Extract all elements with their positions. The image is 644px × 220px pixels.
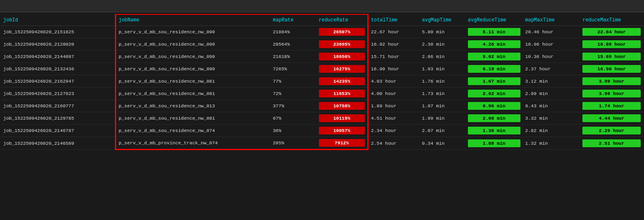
- cell-maprate: 285%: [270, 137, 316, 150]
- table-row: job_1522509426020_2162947p_serv_v_d_mb_s…: [1, 75, 643, 88]
- table-row: job_1522509426020_2151825p_serv_v_d_mb_s…: [1, 26, 643, 38]
- cell-totaltime: 4.51 hour: [368, 112, 419, 125]
- cell-avgreducetime: 1.88 min: [465, 137, 523, 150]
- cell-mapmaxtime: 20.46 hour: [523, 26, 580, 38]
- cell-jobname: p_serv_v_d_mb_sou_residence_nw_074: [115, 125, 270, 137]
- table-row: job_1522509426020_2146589p_serv_v_d_mb_p…: [1, 137, 643, 150]
- cell-reducemaxtime: 2.29 hour: [580, 125, 643, 137]
- th-mapmaxtime: mapMaxTime: [523, 14, 580, 26]
- cell-reducerate: 16275%: [316, 63, 368, 75]
- cell-reducemaxtime: 1.74 hour: [580, 100, 643, 112]
- cell-maprate: 72%: [270, 88, 316, 100]
- cell-mapmaxtime: 3.32 min: [523, 112, 580, 125]
- cell-avgreducetime: 4.26 min: [465, 38, 523, 51]
- table-row: job_1522509426020_2128020p_serv_v_d_mb_s…: [1, 38, 643, 51]
- cell-maprate: 77%: [270, 75, 316, 88]
- cell-reducerate: 23695%: [316, 38, 368, 51]
- cell-jobname: p_serv_v_d_mb_province_track_nw_074: [115, 137, 270, 150]
- cell-jobname: p_serv_v_d_mb_sou_residence_nw_090: [115, 51, 270, 63]
- cell-reducemaxtime: 16.89 hour: [580, 38, 643, 51]
- cell-reducerate: 7912%: [316, 137, 368, 150]
- cell-reducerate: 26507%: [316, 26, 368, 38]
- cell-avgmaptime: 2.30 min: [419, 38, 465, 51]
- table-row: job_1522509426020_2160777p_serv_v_d_mb_s…: [1, 100, 643, 112]
- cell-jobname: p_serv_v_d_mb_sou_residence_nw_013: [115, 100, 270, 112]
- cell-avgmaptime: 1.99 min: [419, 112, 465, 125]
- cell-reducerate: 14235%: [316, 75, 368, 88]
- table-container: jobId jobName mapRate reduceRate totalTi…: [0, 12, 644, 152]
- table-row: job_1522509426020_2132436p_serv_v_d_mb_s…: [1, 63, 643, 75]
- cell-reducemaxtime: 22.64 hour: [580, 26, 643, 38]
- cell-reducerate: 10758%: [316, 100, 368, 112]
- table-row: job_1522509426020_2144097p_serv_v_d_mb_s…: [1, 51, 643, 63]
- cell-avgmaptime: 1.73 min: [419, 88, 465, 100]
- cell-avgmaptime: 2.07 min: [419, 125, 465, 137]
- th-avgmaptime: avgMapTime: [419, 14, 465, 26]
- cell-jobid: job_1522509426020_2151825: [1, 26, 115, 38]
- cell-jobid: job_1522509426020_2162947: [1, 75, 115, 88]
- cell-reducerate: 10119%: [316, 112, 368, 125]
- cell-avgreducetime: 0.96 min: [465, 100, 523, 112]
- table-header: jobId jobName mapRate reduceRate totalTi…: [1, 14, 643, 26]
- cell-maprate: 36%: [270, 125, 316, 137]
- cell-jobname: p_serv_v_d_mb_sou_residence_nw_081: [115, 75, 270, 88]
- cell-reducemaxtime: 15.69 hour: [580, 51, 643, 63]
- cell-totaltime: 2.54 hour: [368, 137, 419, 150]
- table-row: job_1522509426020_2127623p_serv_v_d_mb_s…: [1, 88, 643, 100]
- th-totaltime: totalTime: [368, 14, 419, 26]
- cell-maprate: 28564%: [270, 38, 316, 51]
- cell-mapmaxtime: 3.12 min: [523, 75, 580, 88]
- th-maprate: mapRate: [270, 14, 316, 26]
- cell-jobname: p_serv_v_d_mb_sou_residence_nw_081: [115, 112, 270, 125]
- cell-totaltime: 16.99 hour: [368, 63, 419, 75]
- cell-jobname: p_serv_v_d_mb_sou_residence_nw_090: [115, 26, 270, 38]
- cell-maprate: 377%: [270, 100, 316, 112]
- cell-jobid: job_1522509426020_2129785: [1, 112, 115, 125]
- cell-avgreducetime: 2.02 min: [465, 88, 523, 100]
- cell-maprate: 21618%: [270, 51, 316, 63]
- cell-avgreducetime: 1.36 min: [465, 125, 523, 137]
- cell-jobid: job_1522509426020_2144097: [1, 51, 115, 63]
- cell-reducerate: 11653%: [316, 88, 368, 100]
- cell-avgmaptime: 5.80 min: [419, 26, 465, 38]
- th-avgreducetime: avgReduceTime: [465, 14, 523, 26]
- cell-avgreducetime: 1.67 min: [465, 75, 523, 88]
- cell-totaltime: 1.89 hour: [368, 100, 419, 112]
- cell-totaltime: 22.67 hour: [368, 26, 419, 38]
- cell-avgreducetime: 5.11 min: [465, 26, 523, 38]
- th-reducemaxtime: reduceMaxTime: [580, 14, 643, 26]
- cell-reducemaxtime: 2.51 hour: [580, 137, 643, 150]
- cell-totaltime: 15.71 hour: [368, 51, 419, 63]
- cell-maprate: 67%: [270, 112, 316, 125]
- cell-reducemaxtime: 3.96 hour: [580, 88, 643, 100]
- cell-mapmaxtime: 2.99 min: [523, 88, 580, 100]
- th-jobname: jobName: [115, 14, 270, 26]
- cell-reducemaxtime: 16.90 hour: [580, 63, 643, 75]
- cell-totaltime: 2.34 hour: [368, 125, 419, 137]
- title-bar: [0, 0, 644, 12]
- cell-totaltime: 16.92 hour: [368, 38, 419, 51]
- table-row: job_1522509426020_2146787p_serv_v_d_mb_s…: [1, 125, 643, 137]
- cell-mapmaxtime: 2.82 min: [523, 125, 580, 137]
- cell-avgmaptime: 1.76 min: [419, 75, 465, 88]
- cell-maprate: 7265%: [270, 63, 316, 75]
- cell-jobid: job_1522509426020_2160777: [1, 100, 115, 112]
- cell-avgreducetime: 5.02 min: [465, 51, 523, 63]
- cell-avgreducetime: 2.60 min: [465, 112, 523, 125]
- cell-avgmaptime: 0.34 min: [419, 137, 465, 150]
- cell-jobid: job_1522509426020_2146787: [1, 125, 115, 137]
- cell-jobid: job_1522509426020_2146589: [1, 137, 115, 150]
- cell-reducemaxtime: 3.99 hour: [580, 75, 643, 88]
- cell-jobid: job_1522509426020_2128020: [1, 38, 115, 51]
- cell-mapmaxtime: 1.32 min: [523, 137, 580, 150]
- cell-jobname: p_serv_v_d_mb_sou_residence_nw_081: [115, 88, 270, 100]
- cell-jobname: p_serv_v_d_mb_sou_residence_nw_090: [115, 38, 270, 51]
- cell-reducemaxtime: 4.44 hour: [580, 112, 643, 125]
- cell-mapmaxtime: 10.96 hour: [523, 38, 580, 51]
- cell-maprate: 21084%: [270, 26, 316, 38]
- cell-reducerate: 10057%: [316, 125, 368, 137]
- cell-jobid: job_1522509426020_2132436: [1, 63, 115, 75]
- cell-mapmaxtime: 2.37 hour: [523, 63, 580, 75]
- cell-avgreducetime: 6.19 min: [465, 63, 523, 75]
- th-jobid: jobId: [1, 14, 115, 26]
